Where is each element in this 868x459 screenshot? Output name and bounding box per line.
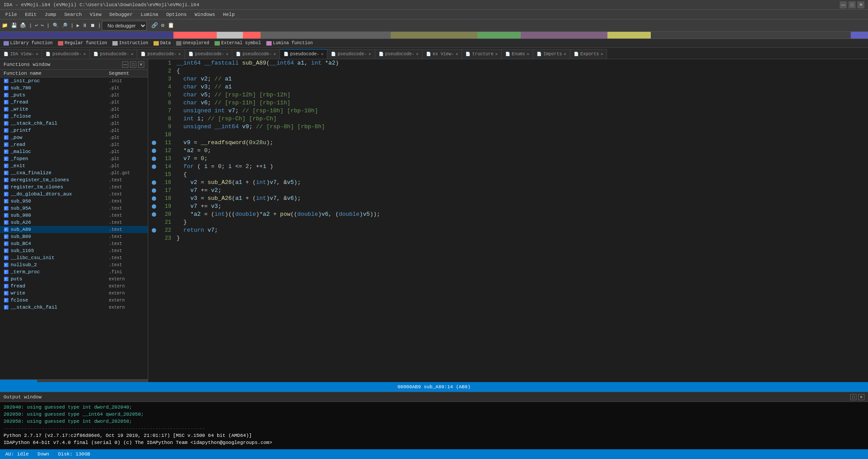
output-close-btn[interactable]: ✕ xyxy=(858,394,864,400)
tab-10[interactable]: 📄 tructure ✕ xyxy=(462,49,501,59)
func-item-2[interactable]: f_puts.plt xyxy=(0,92,148,99)
tab-icon-9: 📄 xyxy=(426,52,431,57)
tab-close-1[interactable]: ✕ xyxy=(83,52,85,57)
close-button[interactable]: ✕ xyxy=(857,1,864,8)
func-name-27: _term_proc xyxy=(11,269,109,275)
menu-item-options[interactable]: Options xyxy=(163,11,190,18)
func-item-19[interactable]: fsub_980.text xyxy=(0,212,148,219)
func-item-28[interactable]: fputsextern xyxy=(0,275,148,283)
tab-close-9[interactable]: ✕ xyxy=(456,52,458,57)
tab-close-6[interactable]: ✕ xyxy=(321,52,323,57)
func-item-29[interactable]: ffreadextern xyxy=(0,283,148,290)
func-icon-23: f xyxy=(4,241,9,246)
tab-close-11[interactable]: ✕ xyxy=(527,52,529,57)
func-icon-0: f xyxy=(4,78,9,84)
func-item-0[interactable]: f_init_proc.init xyxy=(0,77,148,84)
tab-1[interactable]: 📄 pseudocode- ✕ xyxy=(42,49,89,59)
code-line-20: 20 *a2 = (int)((double)*a2 + pow((double… xyxy=(148,210,868,218)
func-item-6[interactable]: f__stack_chk_fail.plt xyxy=(0,120,148,127)
tab-close-4[interactable]: ✕ xyxy=(226,52,228,57)
func-item-9[interactable]: f_read.plt xyxy=(0,141,148,148)
menu-item-lumina[interactable]: Lumina xyxy=(137,11,162,18)
tab-4[interactable]: 📄 pseudocode- ✕ xyxy=(185,49,232,59)
line-content-4: char v3; // a1 xyxy=(177,83,864,91)
func-item-21[interactable]: fsub_A89.text xyxy=(0,226,148,233)
output-maximize-btn[interactable]: □ xyxy=(850,394,856,400)
func-item-4[interactable]: f_write.plt xyxy=(0,106,148,113)
tab-12[interactable]: 📄 Imports ✕ xyxy=(533,49,570,59)
func-item-20[interactable]: fsub_A26.text xyxy=(0,219,148,226)
tab-13[interactable]: 📄 Exports ✕ xyxy=(570,49,607,59)
func-item-18[interactable]: fsub_95A.text xyxy=(0,205,148,212)
func-item-26[interactable]: fnullsub_2.text xyxy=(0,261,148,268)
minimize-button[interactable]: — xyxy=(840,1,847,8)
func-item-12[interactable]: f_exit.plt xyxy=(0,162,148,169)
menu-item-edit[interactable]: Edit xyxy=(21,11,40,18)
func-item-7[interactable]: f_printf.plt xyxy=(0,127,148,134)
tab-9[interactable]: 📄 ex View- ✕ xyxy=(422,49,462,59)
func-item-32[interactable]: f__stack_chk_failextern xyxy=(0,304,148,311)
func-list[interactable]: f_init_proc.initfsub_780.pltf_puts.pltf_… xyxy=(0,77,148,379)
tab-close-3[interactable]: ✕ xyxy=(178,52,181,57)
menu-item-help[interactable]: Help xyxy=(219,11,238,18)
sidebar-close-btn[interactable]: ✕ xyxy=(138,61,144,68)
func-item-16[interactable]: f__do_global_dtors_aux.text xyxy=(0,191,148,198)
tab-close-10[interactable]: ✕ xyxy=(495,52,497,57)
func-item-15[interactable]: fregister_tm_clones.text xyxy=(0,184,148,191)
func-item-3[interactable]: f_fread.plt xyxy=(0,99,148,106)
func-item-31[interactable]: ffcloseextern xyxy=(0,297,148,304)
tab-7[interactable]: 📄 pseudocode- ✕ xyxy=(327,49,375,59)
tab-close-13[interactable]: ✕ xyxy=(601,52,603,57)
tab-5[interactable]: 📄 pseudocode- ✕ xyxy=(232,49,280,59)
tab-3[interactable]: 📄 pseudocode- ✕ xyxy=(137,49,184,59)
sidebar-minimize-btn[interactable]: — xyxy=(122,61,128,68)
func-seg-12: .plt xyxy=(109,164,144,168)
func-item-13[interactable]: f__cxa_finalize.plt.got xyxy=(0,169,148,176)
func-item-27[interactable]: f_term_proc.fini xyxy=(0,268,148,275)
tab-icon-7: 📄 xyxy=(331,52,336,57)
tab-icon-2: 📄 xyxy=(93,52,98,57)
func-item-25[interactable]: f__libc_csu_init.text xyxy=(0,254,148,261)
menu-item-search[interactable]: Search xyxy=(61,11,85,18)
debugger-dropdown[interactable]: No debugger xyxy=(102,21,147,31)
func-item-10[interactable]: f_malloc.plt xyxy=(0,148,148,155)
tab-close-12[interactable]: ✕ xyxy=(564,52,566,57)
func-item-11[interactable]: f_fopen.plt xyxy=(0,155,148,162)
tab-11[interactable]: 📄 Enums ✕ xyxy=(502,49,533,59)
output-title: Output window □ ✕ xyxy=(0,392,868,402)
tab-label-0: IDA View- xyxy=(10,52,34,57)
menu-item-file[interactable]: File xyxy=(2,11,20,18)
code-line-15: 15 { xyxy=(148,171,868,179)
tab-8[interactable]: 📄 pseudocode- ✕ xyxy=(375,49,422,59)
svg-text:f: f xyxy=(5,172,7,175)
func-item-23[interactable]: fsub_BC4.text xyxy=(0,240,148,247)
tab-0[interactable]: 📄 IDA View- ✕ xyxy=(0,49,42,59)
menu-item-windows[interactable]: Windows xyxy=(191,11,219,18)
func-item-30[interactable]: fwriteextern xyxy=(0,290,148,297)
tab-close-2[interactable]: ✕ xyxy=(131,52,133,57)
tab-2[interactable]: 📄 pseudocode- ✕ xyxy=(90,49,137,59)
func-item-1[interactable]: fsub_780.plt xyxy=(0,84,148,92)
line-dot-15 xyxy=(152,172,156,177)
func-item-5[interactable]: f_fclose.plt xyxy=(0,113,148,120)
func-item-24[interactable]: fsub_1165.text xyxy=(0,247,148,254)
code-line-16: 16 v2 = sub_A26(a1 + (int)v7, &v5); xyxy=(148,179,868,187)
tab-close-8[interactable]: ✕ xyxy=(416,52,419,57)
func-item-8[interactable]: f_pow.plt xyxy=(0,134,148,141)
tab-close-0[interactable]: ✕ xyxy=(36,52,38,57)
legend-instruction: Instruction xyxy=(112,41,148,46)
tab-6[interactable]: 📄 pseudocode- ✕ xyxy=(280,49,327,59)
menu-item-view[interactable]: View xyxy=(86,11,105,18)
output-content[interactable]: 202040: using guessed type int dword_202… xyxy=(0,402,868,449)
func-icon-25: f xyxy=(4,255,9,260)
tab-close-5[interactable]: ✕ xyxy=(273,52,276,57)
func-item-22[interactable]: fsub_B89.text xyxy=(0,233,148,240)
func-item-14[interactable]: fderegister_tm_clones.text xyxy=(0,176,148,184)
tab-close-7[interactable]: ✕ xyxy=(369,52,371,57)
code-area[interactable]: 1__int64 __fastcall sub_A89(__int64 a1, … xyxy=(148,59,868,382)
func-item-17[interactable]: fsub_950.text xyxy=(0,198,148,205)
maximize-button[interactable]: □ xyxy=(849,1,856,8)
menu-item-jump[interactable]: Jump xyxy=(41,11,60,18)
menu-item-debugger[interactable]: Debugger xyxy=(106,11,136,18)
sidebar-restore-btn[interactable]: □ xyxy=(130,61,136,68)
